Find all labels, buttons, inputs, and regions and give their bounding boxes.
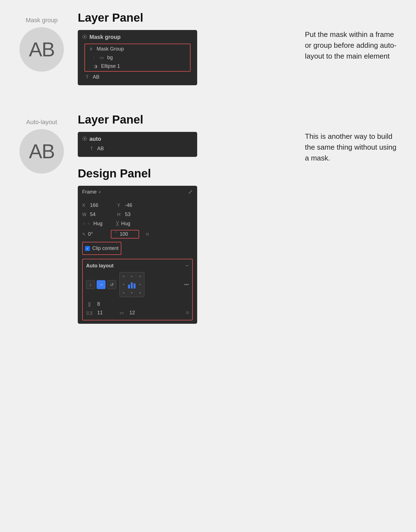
- content-col-2: Layer Panel ⦿ auto T AB Design Panel: [67, 113, 305, 324]
- grid-dot-ml: [123, 284, 124, 285]
- y-value[interactable]: -46: [125, 202, 142, 208]
- avatar-label-1: Mask group: [26, 17, 58, 24]
- mini-bars-container: [128, 281, 136, 288]
- frame-title: Frame ∨: [82, 189, 101, 195]
- layer-item-ab-2[interactable]: T AB: [87, 144, 193, 153]
- dir-btn-right[interactable]: →: [97, 280, 106, 289]
- section1-heading: Layer Panel: [78, 11, 294, 24]
- grid-dot-bc: [131, 292, 132, 293]
- padding-value[interactable]: 11: [97, 310, 108, 316]
- avatar-text-1: AB: [29, 38, 54, 61]
- wh-row: W 54 H 53: [82, 210, 193, 219]
- checkmark-icon: ✓: [86, 247, 89, 250]
- hug-y-value[interactable]: Hug: [121, 221, 138, 227]
- layer-item-bg[interactable]: ↑ ▭ bg: [91, 53, 189, 62]
- x-value[interactable]: 166: [90, 202, 107, 208]
- layer-panel-1: ⦿ Mask group # Mask Group ↑ ▭ bg: [78, 30, 197, 85]
- avatar-circle-1: AB: [19, 27, 64, 72]
- rectangle-icon: ▭: [99, 55, 104, 60]
- arrow-down-icon: ↓: [89, 282, 92, 287]
- rotation-value[interactable]: 0°: [88, 231, 105, 237]
- description-text-1: Put the mask within a frame or group bef…: [305, 30, 397, 60]
- description-text-2: This is another way to build the same th…: [305, 132, 397, 162]
- section1-row: Mask group AB Layer Panel ⦿ Mask group #: [17, 11, 399, 85]
- auto-layout-header: Auto layout −: [86, 262, 189, 269]
- layer-item-ellipse[interactable]: ◑ Ellipse 1: [91, 62, 189, 71]
- remove-auto-layout-button[interactable]: −: [185, 262, 189, 269]
- auto-layout-section: Auto layout − ↓ →: [82, 259, 193, 320]
- gap-row: ][ 8: [86, 300, 189, 308]
- section-auto-layout: Auto-layout AB Layer Panel ⦿ auto T AB D…: [17, 113, 399, 324]
- h-label: H: [117, 212, 123, 217]
- clip-content-red-box: ✓ Clip content: [82, 242, 121, 255]
- frame-title-row: Frame ∨ ⤢: [78, 186, 197, 197]
- grid-dot-mr: [139, 284, 141, 285]
- layer-name-ab-1: AB: [93, 74, 99, 80]
- spacing-grid[interactable]: [119, 272, 144, 297]
- w-value[interactable]: 54: [90, 212, 107, 217]
- section2-design-heading: Design Panel: [78, 167, 294, 180]
- avatar-text-2: AB: [29, 140, 54, 163]
- panel-layout-icon: ⦿: [82, 34, 87, 40]
- layer-name-ellipse: Ellipse 1: [101, 63, 120, 69]
- avatar-circle-2: AB: [19, 129, 64, 174]
- gap-value[interactable]: 8: [97, 301, 108, 307]
- fullscreen-icon[interactable]: ⤢: [188, 189, 193, 195]
- clip-corners-icon: ⌗: [146, 231, 149, 237]
- grid-dot-tc: [131, 276, 132, 277]
- clip-checkbox[interactable]: ✓: [85, 246, 90, 251]
- h-value[interactable]: 53: [125, 212, 142, 217]
- grid-dot-bl: [123, 292, 124, 293]
- panel-header-title-2: auto: [89, 136, 101, 142]
- x-label: X: [82, 203, 88, 208]
- more-options-button[interactable]: •••: [184, 282, 189, 287]
- auto-layout-icon: ⦿: [82, 136, 87, 142]
- hug-x-symbol: ﹥﹤: [82, 221, 91, 227]
- section2-layer-row: Auto-layout AB Layer Panel ⦿ auto T AB D…: [17, 113, 399, 324]
- text-icon-2: T: [89, 146, 94, 151]
- text-icon-1: T: [84, 75, 90, 80]
- dir-btn-down[interactable]: ↓: [86, 280, 95, 289]
- grid-dot-br: [139, 292, 141, 293]
- auto-layout-title: Auto layout: [86, 263, 114, 269]
- mini-bar-chart: [128, 281, 136, 288]
- avatar-col-2: Auto-layout AB: [17, 113, 67, 174]
- hug-x-value[interactable]: Hug: [93, 221, 110, 227]
- desc-col-1: Put the mask within a frame or group bef…: [305, 11, 399, 62]
- gap-icon: ][: [86, 302, 93, 307]
- radius-corner-icon: ⌒: [114, 231, 118, 237]
- padding-icon: |◻|: [86, 310, 93, 315]
- desc-col-2: This is another way to build the same th…: [305, 113, 399, 164]
- resize-icon: ⌗: [186, 310, 189, 316]
- ellipse-icon: ◑: [93, 64, 98, 69]
- bar-1: [128, 285, 130, 288]
- bar-3: [134, 283, 136, 288]
- y-label: Y: [117, 203, 123, 208]
- chevron-down-icon[interactable]: ∨: [98, 190, 101, 194]
- frame-label: Frame: [82, 189, 97, 195]
- clip-content-row: ✓ Clip content: [82, 240, 193, 257]
- arrow-right-icon: →: [99, 282, 103, 287]
- red-outline-box-1: # Mask Group ↑ ▭ bg ◑ Ellipse 1: [84, 44, 191, 72]
- content-col-1: Layer Panel ⦿ Mask group # Mask Group: [67, 11, 305, 85]
- avatar-label-2: Auto-layout: [26, 119, 57, 126]
- radius-value[interactable]: 100: [120, 231, 136, 237]
- padding-row: |◻| 11 ▭ 12 ⌗: [86, 308, 189, 317]
- layer-item-ab-1[interactable]: T AB: [82, 73, 193, 81]
- panel-header-1: ⦿ Mask group: [82, 34, 193, 42]
- spacing-icon: ▭: [118, 310, 125, 315]
- rotation-icon: ↖: [82, 232, 86, 237]
- panel-header-2: ⦿ auto: [82, 136, 193, 144]
- xy-row: X 166 Y -46: [82, 201, 193, 210]
- section-mask-group: Mask group AB Layer Panel ⦿ Mask group #: [17, 11, 399, 85]
- dir-btn-wrap[interactable]: ↺: [107, 280, 116, 289]
- bar-2: [131, 282, 133, 288]
- hug-y-symbol: ╳: [116, 221, 119, 226]
- wrap-icon: ↺: [110, 282, 114, 287]
- w-label: W: [82, 212, 88, 217]
- spacing-value[interactable]: 12: [129, 310, 141, 316]
- layer-panel-2: ⦿ auto T AB: [78, 132, 197, 157]
- radius-red-box: ⌒ 100: [111, 230, 139, 239]
- layer-name-mask-group: Mask Group: [97, 46, 124, 52]
- layer-item-mask-group[interactable]: # Mask Group: [86, 45, 189, 53]
